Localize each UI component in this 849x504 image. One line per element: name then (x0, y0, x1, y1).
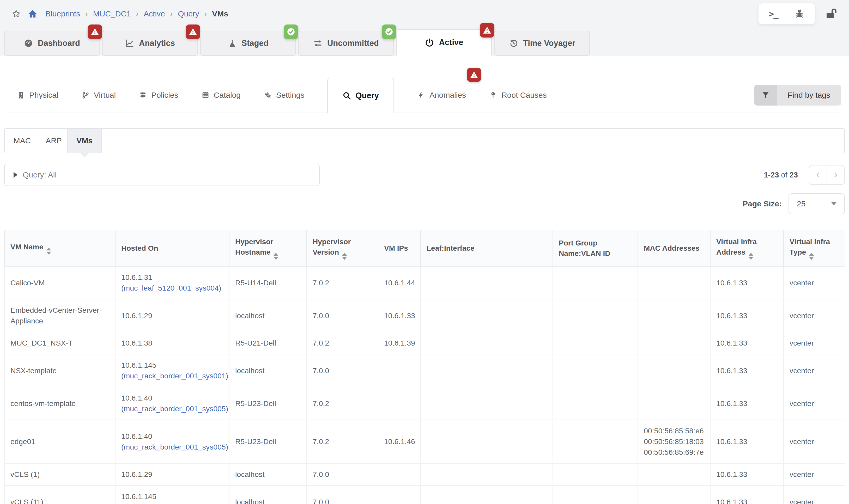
blueprint-main-tabs: Dashboard Analytics Staged Uncommitted A… (0, 29, 849, 56)
home-icon[interactable] (28, 9, 38, 19)
cell-virtual-infra-type: vcenter (783, 299, 845, 332)
breadcrumb-link-blueprint[interactable]: MUC_DC1 (93, 10, 131, 18)
column-label: Hosted On (121, 244, 158, 252)
breadcrumb-link-blueprints[interactable]: Blueprints (46, 10, 80, 18)
cell-hypervisor-version: 7.0.2 (307, 332, 378, 354)
table-row: NSX-template10.6.1.145(muc_rack_border_0… (4, 354, 845, 387)
subtab-mac[interactable]: MAC (5, 129, 40, 153)
hosted-on-system: (muc_rack_border_001_sys001) (121, 371, 223, 381)
tab-time-voyager[interactable]: Time Voyager (494, 31, 590, 56)
terminal-icon[interactable]: >_ (769, 9, 778, 19)
cell-vm-name: MUC_DC1_NSX-T (4, 332, 115, 354)
power-icon (425, 38, 434, 47)
cell-hypervisor-version: 7.0.0 (307, 486, 378, 504)
column-header-virtual-infra-address[interactable]: Virtual Infra Address (710, 230, 783, 266)
nav-item-root-causes[interactable]: Root Causes (489, 91, 547, 100)
cell-vm-ips: 10.6.1.46 (378, 420, 421, 463)
table-row: vCLS (1)10.6.1.29localhost7.0.010.6.1.33… (4, 463, 845, 486)
column-header-hypervisor-hostname[interactable]: Hypervisor Hostname (229, 230, 307, 266)
favorite-star-icon[interactable] (12, 9, 21, 18)
find-by-tags-label: Find by tags (777, 85, 841, 106)
cell-mac-addresses (638, 387, 710, 420)
next-page-button[interactable] (827, 165, 844, 184)
nav-item-anomalies[interactable]: Anomalies (417, 91, 466, 100)
nav-label: Virtual (94, 91, 116, 100)
cell-vm-ips (378, 486, 421, 504)
nav-item-physical[interactable]: Physical (17, 91, 58, 100)
system-link[interactable]: muc_leaf_5120_001_sys004 (124, 284, 219, 292)
nav-item-virtual[interactable]: Virtual (81, 91, 116, 100)
cell-virtual-infra-address: 10.6.1.33 (710, 354, 783, 387)
hosted-on-system: (muc_rack_border_001_sys005) (121, 403, 223, 414)
breadcrumb: Blueprints › MUC_DC1 › Active › Query › … (0, 0, 849, 28)
cell-hosted-on: 10.6.1.145(muc_rack_border_001_sys001) (115, 354, 229, 387)
tab-label: Uncommitted (327, 39, 379, 48)
cell-vm-ips (378, 463, 421, 486)
breadcrumb-link-query[interactable]: Query (178, 10, 199, 18)
cell-virtual-infra-address: 10.6.1.33 (710, 463, 783, 486)
query-expander[interactable]: Query: All (4, 164, 320, 186)
nav-item-query-active[interactable]: Query (327, 78, 394, 113)
subtab-vms[interactable]: VMs (68, 129, 102, 153)
nav-label: Query (355, 91, 379, 100)
table-header-row: VM NameHosted OnHypervisor HostnameHyper… (4, 230, 845, 266)
column-header-vm-name[interactable]: VM Name (4, 230, 115, 266)
page-size-row: Page Size: 25 (4, 193, 845, 214)
tab-active[interactable]: Active (396, 29, 492, 56)
column-label: VM IPs (384, 244, 408, 252)
cell-mac-addresses (638, 354, 710, 387)
caret-right-icon (14, 172, 17, 178)
chevron-right-icon: › (170, 10, 173, 18)
system-link[interactable]: muc_rack_border_001_sys001 (124, 372, 226, 380)
system-link[interactable]: muc_rack_border_001_sys005 (124, 443, 226, 451)
cell-vm-name: Embedded-vCenter-Server-Appliance (4, 299, 115, 332)
unlock-icon[interactable] (825, 7, 837, 20)
tab-analytics[interactable]: Analytics (102, 31, 198, 56)
sort-icon (273, 253, 278, 260)
chevron-right-icon: › (85, 10, 88, 18)
column-header-virtual-infra-type[interactable]: Virtual Infra Type (783, 230, 845, 266)
cell-virtual-infra-type: vcenter (783, 266, 845, 299)
column-header-hypervisor-version[interactable]: Hypervisor Version (307, 230, 378, 266)
cell-leaf-interface (421, 354, 553, 387)
previous-page-button[interactable] (809, 165, 827, 184)
system-link[interactable]: muc_rack_border_001_sys001 (124, 503, 226, 504)
subtab-arp[interactable]: ARP (40, 129, 68, 153)
cell-port-group (553, 463, 638, 486)
header-actions: >_ (758, 3, 837, 24)
column-header-vm-ips: VM IPs (378, 230, 421, 266)
system-link[interactable]: muc_rack_border_001_sys005 (124, 404, 226, 413)
cell-hypervisor-hostname: localhost (229, 299, 307, 332)
column-label: MAC Addresses (644, 244, 700, 252)
cell-hypervisor-version: 7.0.2 (307, 420, 378, 463)
tab-dashboard[interactable]: Dashboard (4, 31, 100, 56)
tab-staged[interactable]: Staged (200, 31, 296, 56)
find-by-tags-button[interactable]: Find by tags (754, 85, 841, 106)
hosted-on-ip: 10.6.1.29 (121, 310, 223, 321)
cell-virtual-infra-type: vcenter (783, 420, 845, 463)
line-chart-icon (125, 39, 134, 48)
nav-item-catalog[interactable]: Catalog (201, 91, 241, 100)
nav-item-settings[interactable]: Settings (264, 91, 304, 100)
hosted-on-ip: 10.6.1.145 (121, 360, 223, 371)
breadcrumb-link-active[interactable]: Active (144, 10, 165, 18)
nav-item-policies[interactable]: Policies (139, 91, 178, 100)
cell-port-group (553, 420, 638, 463)
table-row: vCLS (11)10.6.1.145(muc_rack_border_001_… (4, 486, 845, 504)
query-subtabs: MAC ARP VMs (4, 128, 845, 153)
page-size-label: Page Size: (743, 199, 782, 208)
cell-virtual-infra-address: 10.6.1.33 (710, 266, 783, 299)
page-size-select[interactable]: 25 (789, 193, 845, 214)
hosted-on-ip: 10.6.1.40 (121, 393, 223, 403)
cell-leaf-interface (421, 486, 553, 504)
tab-uncommitted[interactable]: Uncommitted (298, 31, 394, 56)
cell-vm-name: vCLS (11) (4, 486, 115, 504)
hosted-on-ip: 10.6.1.31 (121, 272, 223, 283)
cell-virtual-infra-address: 10.6.1.33 (710, 420, 783, 463)
column-header-leaf-interface: Leaf:Interface (421, 230, 553, 266)
caret-down-icon (831, 202, 836, 205)
chevron-right-icon: › (205, 10, 207, 18)
bug-icon[interactable] (794, 8, 805, 19)
sort-icon (809, 253, 814, 260)
cell-leaf-interface (421, 266, 553, 299)
